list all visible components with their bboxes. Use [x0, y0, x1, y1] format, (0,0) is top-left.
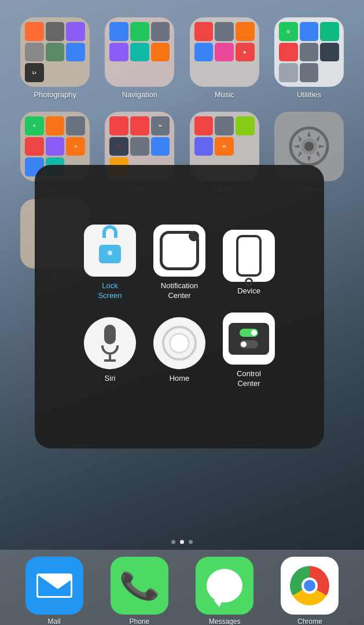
- assistive-touch-popup: LockScreen NotificationCenter Device: [35, 165, 324, 448]
- siri-button[interactable]: Siri: [84, 317, 136, 384]
- mail-envelope-icon: [36, 573, 72, 598]
- control-center-icon: [223, 312, 275, 365]
- lock-body-icon: [99, 245, 121, 263]
- dock-phone[interactable]: 📞 Phone: [111, 557, 168, 625]
- control-toggles-icon: [229, 323, 269, 355]
- device-icon: [223, 230, 275, 282]
- phone-app-icon: 📞: [111, 557, 168, 615]
- mic-stand-icon: [101, 345, 119, 355]
- folder-navigation-icon: [105, 17, 174, 87]
- folder-utilities-label: Utilities: [297, 90, 321, 99]
- mic-foot-icon: [104, 359, 116, 362]
- chrome-app-icon: [281, 557, 339, 615]
- toggle-off-icon: [240, 340, 258, 348]
- folder-navigation-label: Navigation: [122, 90, 157, 99]
- home-center-icon: [169, 333, 190, 354]
- folder-music[interactable]: ▶ Music: [187, 17, 262, 99]
- assistive-touch-grid: LockScreen NotificationCenter Device: [84, 225, 275, 389]
- dock-messages[interactable]: Messages: [196, 557, 253, 625]
- dock-mail[interactable]: Mail: [25, 557, 83, 625]
- chrome-inner-icon: [302, 578, 318, 594]
- lock-shackle-icon: [102, 225, 117, 238]
- home-button[interactable]: Home: [153, 317, 205, 384]
- notif-dot-icon: [189, 231, 199, 241]
- home-ring-icon: [162, 326, 197, 361]
- mic-body-icon: [104, 325, 116, 344]
- notif-icon-inner: [160, 231, 199, 270]
- mail-app-icon: [25, 557, 83, 615]
- device-phone-icon: [236, 235, 262, 277]
- notification-center-button[interactable]: NotificationCenter: [153, 225, 205, 301]
- mail-flap-icon: [38, 575, 72, 589]
- home-icon: [153, 317, 205, 369]
- device-label: Device: [237, 286, 260, 296]
- dock: Mail 📞 Phone Messages Chrome: [0, 550, 364, 625]
- dock-phone-label: Phone: [130, 617, 150, 625]
- folder-utilities-icon: G: [274, 17, 344, 87]
- toggle-thumb-2: [241, 341, 247, 347]
- device-button[interactable]: Device: [223, 230, 275, 296]
- page-dots: [0, 540, 364, 544]
- mic-base-icon: [109, 355, 111, 359]
- device-home-btn-icon: [245, 278, 253, 286]
- toggle-thumb-1: [251, 330, 257, 336]
- siri-label: Siri: [105, 374, 116, 384]
- mic-icon-inner: [101, 325, 119, 362]
- lock-screen-icon: [84, 225, 136, 277]
- page-dot-2: [189, 540, 193, 544]
- dock-chrome-label: Chrome: [297, 617, 322, 625]
- toggle-on-icon: [240, 329, 258, 337]
- dock-mail-label: Mail: [48, 617, 61, 625]
- page-dot-1: [180, 540, 184, 544]
- control-center-label: ControlCenter: [237, 369, 261, 389]
- notification-center-icon: [153, 225, 205, 277]
- phone-handset-icon: 📞: [118, 565, 161, 606]
- dock-messages-label: Messages: [209, 617, 241, 625]
- folder-photography[interactable]: Lr Photography: [17, 17, 93, 99]
- toggle-row-2: [240, 340, 258, 348]
- lock-screen-label: LockScreen: [98, 281, 122, 301]
- folder-navigation[interactable]: Navigation: [102, 17, 177, 99]
- dock-chrome[interactable]: Chrome: [281, 557, 339, 625]
- notification-center-label: NotificationCenter: [161, 281, 198, 301]
- folder-photography-label: Photography: [34, 90, 76, 99]
- folder-utilities[interactable]: G Utilities: [271, 17, 347, 99]
- siri-icon: [84, 317, 136, 369]
- folder-music-icon: ▶: [190, 17, 259, 87]
- speech-bubble-icon: [207, 569, 242, 602]
- toggle-row-1: [240, 329, 258, 337]
- chrome-ring-icon: [290, 566, 329, 605]
- page-dot-0: [171, 540, 175, 544]
- lock-keyhole-icon: [108, 251, 112, 255]
- lock-screen-button[interactable]: LockScreen: [84, 225, 136, 301]
- control-center-button[interactable]: ControlCenter: [223, 312, 275, 389]
- app-grid-row1: Lr Photography Navigation: [12, 12, 352, 105]
- svg-point-3: [304, 142, 314, 151]
- home-label: Home: [170, 374, 190, 384]
- messages-app-icon: [196, 557, 253, 615]
- folder-music-label: Music: [215, 90, 234, 99]
- speech-tail-icon: [214, 600, 223, 607]
- folder-photography-icon: Lr: [20, 17, 90, 87]
